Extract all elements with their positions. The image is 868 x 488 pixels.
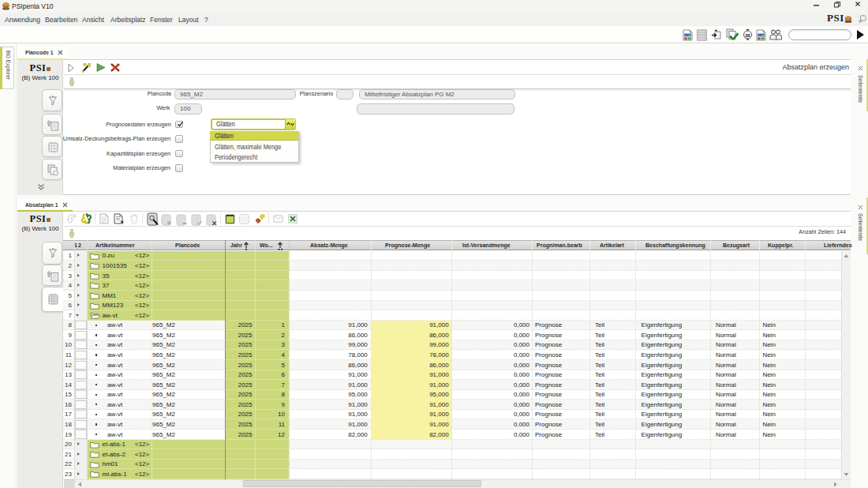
svg-text:38: 38 [745,33,750,38]
